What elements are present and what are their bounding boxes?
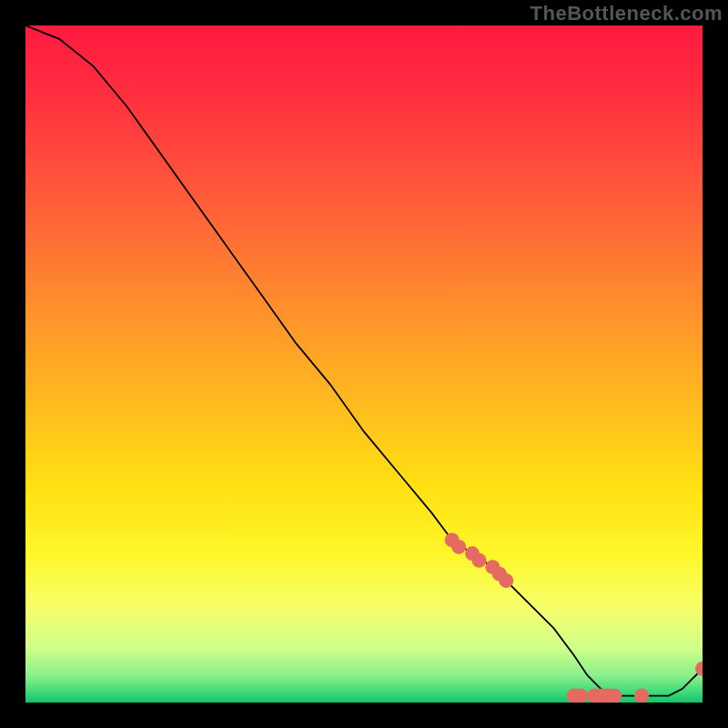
data-marker [573,689,588,703]
data-marker [607,689,622,703]
data-marker [499,573,513,588]
gradient-background [25,25,703,703]
watermark-text: TheBottleneck.com [531,2,723,25]
chart-svg [25,25,703,703]
chart-container: TheBottleneck.com [0,0,728,728]
plot-area [25,25,703,703]
data-marker [634,689,649,703]
data-marker [451,540,466,554]
data-marker [471,553,486,568]
